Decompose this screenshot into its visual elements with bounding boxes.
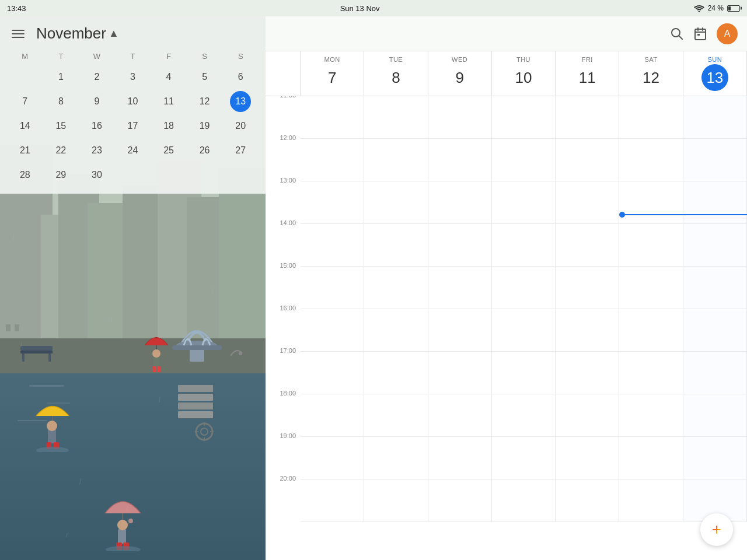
calendar-day-6[interactable]: 6 — [230, 66, 251, 88]
calendar-day-1[interactable]: 1 — [50, 66, 71, 88]
grid-cell-1500-day1[interactable] — [301, 267, 364, 309]
grid-cell-1300-day2[interactable] — [364, 181, 428, 224]
grid-cell-1600-day4[interactable] — [492, 309, 556, 352]
grid-cell-1700-day1[interactable] — [301, 352, 364, 394]
calendar-day-27[interactable]: 27 — [230, 140, 251, 161]
grid-cell-1200-day7[interactable] — [683, 139, 747, 181]
grid-cell-1800-day3[interactable] — [428, 394, 492, 437]
grid-cell-2000-day4[interactable] — [492, 480, 556, 522]
grid-cell-1700-day4[interactable] — [492, 352, 556, 394]
calendar-day-21[interactable]: 21 — [15, 140, 36, 161]
grid-cell-1100-day4[interactable] — [492, 96, 556, 139]
grid-cell-1200-day1[interactable] — [301, 139, 364, 181]
day-header-sat[interactable]: SAT 12 — [619, 51, 683, 96]
grid-cell-1100-day3[interactable] — [428, 96, 492, 139]
calendar-day-2[interactable]: 2 — [86, 66, 107, 88]
calendar-day-23[interactable]: 23 — [86, 140, 107, 161]
week-grid[interactable]: 11:0012:0013:0014:0015:0016:0017:0018:00… — [266, 96, 747, 560]
calendar-day-9[interactable]: 9 — [86, 91, 107, 112]
grid-cell-1700-day2[interactable] — [364, 352, 428, 394]
grid-cell-1400-day4[interactable] — [492, 224, 556, 267]
grid-cell-1600-day3[interactable] — [428, 309, 492, 352]
calendar-day-28[interactable]: 28 — [15, 164, 36, 186]
grid-cell-1100-day5[interactable] — [556, 96, 619, 139]
calendar-day-11[interactable]: 11 — [158, 91, 179, 112]
grid-cell-1100-day1[interactable] — [301, 96, 364, 139]
search-icon[interactable] — [670, 27, 684, 41]
grid-cell-1400-day1[interactable] — [301, 224, 364, 267]
grid-cell-1500-day4[interactable] — [492, 267, 556, 309]
grid-cell-1900-day6[interactable] — [619, 437, 683, 480]
grid-cell-1800-day5[interactable] — [556, 394, 619, 437]
grid-cell-1300-day6[interactable] — [619, 181, 683, 224]
calendar-day-10[interactable]: 10 — [122, 91, 143, 112]
calendar-day-16[interactable]: 16 — [86, 116, 107, 136]
grid-cell-2000-day5[interactable] — [556, 480, 619, 522]
calendar-day-17[interactable]: 17 — [122, 116, 143, 136]
grid-cell-2000-day3[interactable] — [428, 480, 492, 522]
day-header-sun[interactable]: SUN 13 — [683, 51, 747, 96]
grid-cell-1100-day2[interactable] — [364, 96, 428, 139]
day-header-thu[interactable]: THU 10 — [492, 51, 556, 96]
grid-cell-1100-day7[interactable] — [683, 96, 747, 139]
calendar-day-22[interactable]: 22 — [50, 140, 71, 161]
grid-cell-1800-day7[interactable] — [683, 394, 747, 437]
grid-cell-1900-day4[interactable] — [492, 437, 556, 480]
grid-cell-1500-day2[interactable] — [364, 267, 428, 309]
calendar-day-14[interactable]: 14 — [15, 116, 36, 136]
calendar-day-26[interactable]: 26 — [194, 140, 215, 161]
grid-cell-1700-day5[interactable] — [556, 352, 619, 394]
calendar-day-3[interactable]: 3 — [122, 66, 143, 88]
grid-cell-1600-day2[interactable] — [364, 309, 428, 352]
calendar-day-30[interactable]: 30 — [86, 164, 107, 186]
calendar-icon[interactable] — [693, 27, 707, 41]
grid-cell-1300-day5[interactable] — [556, 181, 619, 224]
grid-cell-1900-day1[interactable] — [301, 437, 364, 480]
calendar-day-7[interactable]: 7 — [15, 91, 36, 112]
grid-cell-1200-day2[interactable] — [364, 139, 428, 181]
grid-cell-1300-day4[interactable] — [492, 181, 556, 224]
grid-cell-1100-day6[interactable] — [619, 96, 683, 139]
grid-cell-2000-day2[interactable] — [364, 480, 428, 522]
grid-cell-1900-day5[interactable] — [556, 437, 619, 480]
calendar-day-25[interactable]: 25 — [158, 140, 179, 161]
day-header-mon[interactable]: MON 7 — [301, 51, 364, 96]
grid-cell-1600-day7[interactable] — [683, 309, 747, 352]
grid-cell-1600-day6[interactable] — [619, 309, 683, 352]
grid-cell-1400-day2[interactable] — [364, 224, 428, 267]
grid-cell-1900-day2[interactable] — [364, 437, 428, 480]
month-year-title[interactable]: November ▲ — [36, 24, 119, 43]
grid-cell-1200-day4[interactable] — [492, 139, 556, 181]
grid-cell-1200-day5[interactable] — [556, 139, 619, 181]
day-header-fri[interactable]: FRI 11 — [556, 51, 619, 96]
grid-cell-1400-day6[interactable] — [619, 224, 683, 267]
add-event-button[interactable]: + — [700, 513, 733, 546]
grid-cell-1600-day1[interactable] — [301, 309, 364, 352]
grid-cell-1700-day6[interactable] — [619, 352, 683, 394]
grid-cell-1600-day5[interactable] — [556, 309, 619, 352]
grid-cell-1700-day7[interactable] — [683, 352, 747, 394]
grid-cell-1800-day2[interactable] — [364, 394, 428, 437]
grid-cell-1400-day7[interactable] — [683, 224, 747, 267]
grid-cell-1800-day6[interactable] — [619, 394, 683, 437]
grid-cell-1800-day4[interactable] — [492, 394, 556, 437]
grid-cell-1800-day1[interactable] — [301, 394, 364, 437]
grid-cell-1300-day1[interactable] — [301, 181, 364, 224]
day-header-wed[interactable]: WED 9 — [428, 51, 492, 96]
grid-cell-1200-day6[interactable] — [619, 139, 683, 181]
avatar[interactable]: A — [717, 23, 738, 44]
month-dropdown-arrow[interactable]: ▲ — [109, 27, 119, 40]
calendar-day-8[interactable]: 8 — [50, 91, 71, 112]
grid-cell-1300-day3[interactable] — [428, 181, 492, 224]
calendar-day-12[interactable]: 12 — [194, 91, 215, 112]
grid-cell-1500-day5[interactable] — [556, 267, 619, 309]
grid-cell-1400-day3[interactable] — [428, 224, 492, 267]
calendar-day-19[interactable]: 19 — [194, 116, 215, 136]
grid-cell-1900-day7[interactable] — [683, 437, 747, 480]
grid-cell-1300-day7[interactable] — [683, 181, 747, 224]
calendar-day-29[interactable]: 29 — [50, 164, 71, 186]
grid-cell-2000-day6[interactable] — [619, 480, 683, 522]
calendar-day-4[interactable]: 4 — [158, 66, 179, 88]
calendar-day-13-today[interactable]: 13 — [230, 91, 251, 112]
calendar-day-20[interactable]: 20 — [230, 116, 251, 136]
